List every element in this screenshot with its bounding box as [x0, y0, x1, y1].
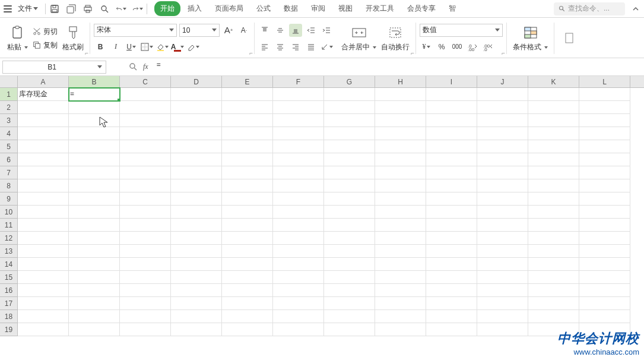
cell[interactable]: [120, 219, 171, 232]
cell[interactable]: [528, 258, 579, 271]
cell[interactable]: [273, 192, 324, 206]
cell[interactable]: [579, 127, 630, 140]
cell[interactable]: [171, 219, 222, 232]
row-header[interactable]: 3: [0, 114, 17, 127]
cell[interactable]: [273, 206, 324, 219]
cell[interactable]: [69, 310, 120, 323]
cell[interactable]: [18, 245, 69, 258]
column-header[interactable]: B: [69, 76, 120, 87]
copy-button[interactable]: 复制: [30, 39, 60, 52]
cell[interactable]: [528, 127, 579, 140]
cell[interactable]: [426, 258, 477, 271]
cell[interactable]: [273, 153, 324, 166]
cell[interactable]: [222, 166, 273, 179]
align-bottom-icon[interactable]: [289, 24, 302, 37]
cell[interactable]: [171, 153, 222, 166]
tab-data[interactable]: 数据: [278, 1, 304, 16]
cell[interactable]: [120, 206, 171, 219]
cell[interactable]: [426, 153, 477, 166]
cell[interactable]: [375, 127, 426, 140]
cell[interactable]: [579, 114, 630, 127]
column-header[interactable]: F: [273, 76, 324, 87]
orientation-icon[interactable]: [320, 40, 333, 53]
cell[interactable]: [375, 284, 426, 297]
cell[interactable]: [477, 245, 528, 258]
cell[interactable]: [528, 219, 579, 232]
command-search[interactable]: 查找命令、...: [554, 2, 625, 15]
cell[interactable]: [324, 140, 375, 153]
row-header[interactable]: 14: [0, 258, 17, 271]
name-box[interactable]: B1: [2, 61, 106, 74]
cell[interactable]: [69, 153, 120, 166]
cell[interactable]: [69, 179, 120, 192]
justify-icon[interactable]: [304, 40, 318, 53]
cell[interactable]: [222, 284, 273, 297]
cell[interactable]: [426, 245, 477, 258]
column-header[interactable]: A: [18, 76, 69, 87]
merge-center-button[interactable]: 合并居中: [339, 23, 379, 53]
cell[interactable]: [120, 284, 171, 297]
cell[interactable]: [324, 271, 375, 284]
cell[interactable]: [69, 323, 120, 336]
cell[interactable]: [120, 232, 171, 245]
cell[interactable]: [69, 166, 120, 179]
cell[interactable]: [69, 232, 120, 245]
cell[interactable]: [171, 140, 222, 153]
cell[interactable]: [222, 88, 273, 101]
cell[interactable]: [375, 323, 426, 336]
zoom-icon[interactable]: [129, 62, 138, 72]
row-header[interactable]: 17: [0, 297, 17, 310]
dialog-launcher-icon[interactable]: ⌐: [249, 50, 253, 56]
align-right-icon[interactable]: [289, 40, 302, 53]
cell[interactable]: [69, 114, 120, 127]
cell[interactable]: [426, 114, 477, 127]
cell[interactable]: [426, 101, 477, 114]
cell[interactable]: [273, 232, 324, 245]
cell[interactable]: [477, 284, 528, 297]
increase-decimal-icon[interactable]: .0.00: [466, 40, 479, 53]
increase-font-icon[interactable]: A+: [222, 24, 235, 37]
cell[interactable]: [222, 271, 273, 284]
cell[interactable]: [324, 88, 375, 101]
comma-style-icon[interactable]: 000: [451, 40, 464, 53]
row-header[interactable]: 1: [0, 88, 17, 101]
cell[interactable]: [579, 219, 630, 232]
cell[interactable]: [171, 127, 222, 140]
cell[interactable]: [579, 271, 630, 284]
cell[interactable]: [528, 166, 579, 179]
cell[interactable]: [69, 219, 120, 232]
decrease-font-icon[interactable]: A-: [237, 24, 250, 37]
cell[interactable]: [477, 192, 528, 206]
column-header[interactable]: G: [324, 76, 375, 87]
cell[interactable]: [171, 166, 222, 179]
cell[interactable]: [579, 232, 630, 245]
cell[interactable]: [222, 127, 273, 140]
cell[interactable]: [120, 88, 171, 101]
cell[interactable]: [579, 88, 630, 101]
cell[interactable]: [426, 297, 477, 310]
row-header[interactable]: 12: [0, 232, 17, 245]
cell[interactable]: [273, 179, 324, 192]
cell[interactable]: [375, 114, 426, 127]
tab-review[interactable]: 审阅: [305, 1, 331, 16]
border-button[interactable]: [140, 40, 153, 53]
cell[interactable]: [222, 153, 273, 166]
more-button[interactable]: [558, 29, 580, 48]
cell[interactable]: [120, 297, 171, 310]
cell[interactable]: [120, 153, 171, 166]
cell[interactable]: [171, 206, 222, 219]
cell[interactable]: [69, 101, 120, 114]
column-header[interactable]: E: [222, 76, 273, 87]
cell[interactable]: [171, 114, 222, 127]
row-header[interactable]: 2: [0, 101, 17, 114]
wrap-text-button[interactable]: 自动换行: [379, 23, 412, 53]
cell[interactable]: [426, 323, 477, 336]
conditional-format-button[interactable]: 条件格式: [510, 23, 550, 53]
cell[interactable]: [69, 140, 120, 153]
align-left-icon[interactable]: [258, 40, 271, 53]
print-preview-icon[interactable]: [99, 4, 110, 14]
cell[interactable]: [171, 258, 222, 271]
cell[interactable]: [222, 245, 273, 258]
cell[interactable]: [579, 258, 630, 271]
cell[interactable]: [375, 140, 426, 153]
